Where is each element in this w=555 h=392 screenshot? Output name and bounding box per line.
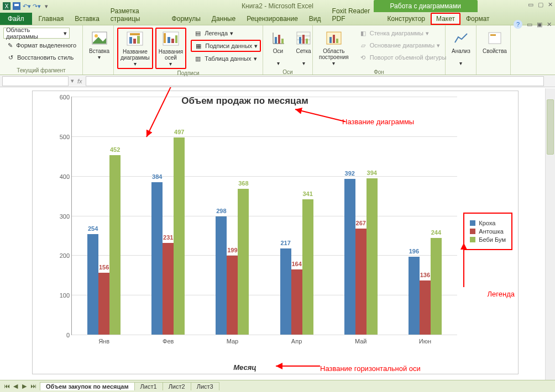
tab-formulas[interactable]: Формулы <box>166 13 206 25</box>
plot-area-button[interactable]: Область построения ▾ <box>316 28 352 68</box>
workbook-close-icon[interactable]: ✕ <box>547 21 552 28</box>
tab-insert[interactable]: Вставка <box>69 13 105 25</box>
tab-chart-design[interactable]: Конструктор <box>382 13 431 25</box>
reset-style-icon: ↺ <box>6 53 15 62</box>
legend-swatch <box>470 237 475 242</box>
ribbon: Область диаграммы▾ ✎Формат выделенного ↺… <box>0 25 555 75</box>
tab-view[interactable]: Вид <box>303 13 327 25</box>
bar[interactable]: 244 <box>431 238 442 335</box>
svg-rect-32 <box>490 34 496 36</box>
tab-chart-format[interactable]: Формат <box>460 13 495 25</box>
bar[interactable]: 156 <box>98 273 109 335</box>
tab-data[interactable]: Данные <box>206 13 241 25</box>
bar[interactable]: 368 <box>238 189 249 335</box>
undo-icon[interactable]: ↶▾ <box>22 2 31 10</box>
formula-input[interactable] <box>86 76 544 86</box>
category-group: 217164341Апр <box>265 97 329 335</box>
chart-element-selector[interactable]: Область диаграммы▾ <box>3 28 70 39</box>
redo-icon[interactable]: ↷▾ <box>32 2 41 10</box>
bar[interactable]: 267 <box>355 229 366 335</box>
bar[interactable]: 394 <box>366 178 378 335</box>
axes-icon <box>269 29 287 47</box>
bar[interactable]: 136 <box>420 280 431 335</box>
workbook-restore-icon[interactable]: ▣ <box>537 21 542 28</box>
sheet-tab[interactable]: Лист2 <box>163 382 191 390</box>
legend-label: Кроха <box>479 220 495 226</box>
help-icon[interactable]: ? <box>514 20 522 29</box>
gridlines-icon <box>295 29 312 47</box>
format-selection-button[interactable]: ✎Формат выделенного <box>3 40 79 51</box>
minimize-icon[interactable]: ▭ <box>528 1 533 8</box>
x-tick-label: Апр <box>265 335 329 345</box>
bar[interactable]: 164 <box>291 269 302 335</box>
qat-customize-icon[interactable]: ▾ <box>42 2 51 10</box>
chart-legend[interactable]: КрохаАнтошкаБеби Бум <box>463 213 512 250</box>
maximize-icon[interactable]: ▢ <box>538 1 543 8</box>
tab-chart-layout[interactable]: Макет <box>431 13 460 25</box>
svg-rect-19 <box>278 35 280 44</box>
sheet-tab[interactable]: Лист3 <box>191 382 219 390</box>
bar[interactable]: 254 <box>87 234 98 335</box>
bar[interactable]: 497 <box>174 137 185 335</box>
vertical-scrollbar[interactable] <box>545 88 555 380</box>
properties-icon <box>486 29 504 47</box>
bar[interactable]: 341 <box>302 199 313 335</box>
data-label: 217 <box>280 240 290 246</box>
data-labels-button[interactable]: ▦Подписи данных ▾ <box>191 40 261 52</box>
axis-titles-button[interactable]: Названия осей ▾ <box>155 28 187 69</box>
bar[interactable]: 217 <box>280 248 291 335</box>
tab-page-layout[interactable]: Разметка страницы <box>105 5 166 25</box>
y-tick-label: 600 <box>60 94 70 100</box>
axes-button[interactable]: Оси▾ <box>266 28 290 68</box>
bar[interactable]: 384 <box>151 182 163 335</box>
sheet-tab-active[interactable]: Объем закупок по месяцам <box>40 382 135 390</box>
bar[interactable]: 199 <box>227 256 238 335</box>
y-tick-label: 500 <box>60 134 70 140</box>
bar[interactable]: 392 <box>344 179 355 335</box>
properties-button[interactable]: Свойства <box>480 28 510 72</box>
bar[interactable]: 231 <box>163 243 174 335</box>
plot-area[interactable]: 0100200300400500600254156452Янв384231497… <box>71 97 457 335</box>
analysis-button[interactable]: Анализ▾ <box>449 28 473 72</box>
scrollbar-thumb[interactable] <box>547 99 554 155</box>
save-icon[interactable] <box>12 2 21 10</box>
axis-titles-icon <box>162 30 180 47</box>
svg-rect-8 <box>129 37 132 44</box>
y-tick-label: 200 <box>60 252 70 259</box>
sheet-tab[interactable]: Лист1 <box>134 382 163 390</box>
data-label: 136 <box>420 272 430 278</box>
data-label: 384 <box>152 173 162 180</box>
name-box[interactable] <box>2 76 69 86</box>
svg-rect-20 <box>281 39 284 44</box>
data-label: 254 <box>88 225 98 232</box>
sheet-nav-arrows[interactable]: ⏮◀▶⏭ <box>2 383 38 390</box>
gridlines-button[interactable]: Сетка▾ <box>292 28 315 68</box>
legend-button[interactable]: ▤Легенда ▾ <box>191 28 261 39</box>
x-tick-label: Июн <box>393 335 457 345</box>
fx-icon[interactable]: fx <box>74 78 86 84</box>
tab-file[interactable]: Файл <box>0 13 32 25</box>
svg-rect-18 <box>275 37 277 44</box>
legend-entry[interactable]: Кроха <box>470 220 506 226</box>
data-label: 199 <box>227 247 237 253</box>
data-table-icon: ▥ <box>193 54 202 63</box>
bar[interactable]: 452 <box>109 155 121 335</box>
chart-object[interactable]: Объем продаж по месяцам 0100200300400500… <box>32 91 519 374</box>
excel-icon: X <box>2 2 11 10</box>
insert-button[interactable]: Вставка ▾ <box>86 28 112 72</box>
data-label: 267 <box>356 220 366 226</box>
picture-icon <box>91 29 108 47</box>
bar[interactable]: 298 <box>216 216 227 335</box>
chart-title-button[interactable]: Название диаграммы ▾ <box>117 28 153 69</box>
workbook-minimize-icon[interactable]: ▭ <box>527 21 532 28</box>
data-label: 244 <box>431 229 441 236</box>
legend-entry[interactable]: Беби Бум <box>470 236 506 243</box>
bar[interactable]: 196 <box>409 257 420 335</box>
tab-home[interactable]: Главная <box>33 13 70 25</box>
data-table-button[interactable]: ▥Таблица данных ▾ <box>191 53 261 64</box>
close-icon[interactable]: ✕ <box>548 1 553 8</box>
data-label: 497 <box>174 129 184 135</box>
tab-review[interactable]: Рецензирование <box>241 13 303 25</box>
legend-entry[interactable]: Антошка <box>470 228 506 235</box>
reset-style-button[interactable]: ↺Восстановить стиль <box>3 52 79 63</box>
